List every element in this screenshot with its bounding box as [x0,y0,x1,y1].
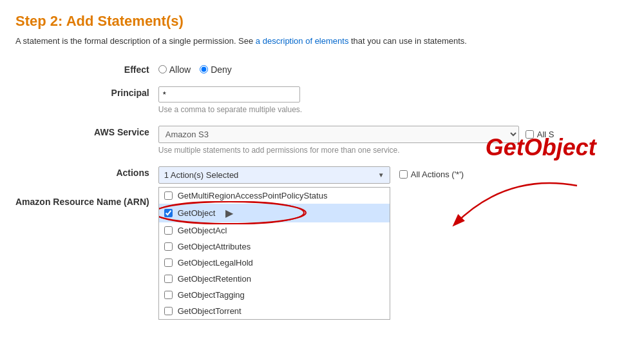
principal-input[interactable] [158,86,300,102]
dropdown-item-GetObjectRetention[interactable]: GetObjectRetention [159,271,390,287]
actions-dropdown-container: GetObject 1 Action(s) [158,166,390,184]
checkbox-GetObjectAcl[interactable] [164,226,173,235]
checkbox-GetObjectTorrent[interactable] [164,307,173,315]
service-row: Amazon S3 All S [158,126,629,143]
checkbox-GetMultiRegionAccessPointPolicyStatus[interactable] [164,191,173,200]
item-label-GetObject: GetObject [178,208,216,218]
allow-radio-label[interactable]: Allow [158,64,191,75]
description-text-1: A statement is the formal description of… [15,36,256,46]
principal-control: Use a comma to separate multiple values. [158,83,629,122]
dropdown-item-GetObject[interactable]: GetObject ▶ [159,204,390,222]
checkbox-GetObjectTagging[interactable] [164,291,173,299]
page-container: Step 2: Add Statement(s) A statement is … [15,13,629,226]
item-label-GetObjectRetention: GetObjectRetention [178,274,251,284]
arn-label: Amazon Resource Name (ARN) [15,197,149,207]
description-text-2: that you can use in statements. [348,36,467,46]
actions-dropdown-list: GetMultiRegionAccessPointPolicyStatus Ge… [158,187,390,320]
aws-service-hint: Use multiple statements to add permissio… [158,146,629,155]
dropdown-item-GetObjectLegalHold[interactable]: GetObjectLegalHold [159,255,390,271]
all-actions-text: All Actions ('*') [411,170,464,179]
all-services-text: All S [537,130,554,139]
effect-control: Allow Deny [158,59,629,83]
deny-label: Deny [211,64,232,75]
dropdown-item-GetObjectAcl[interactable]: GetObjectAcl [159,222,390,239]
effect-label: Effect [15,59,158,83]
checkbox-GetObject[interactable] [164,209,173,217]
checkbox-GetObjectRetention[interactable] [164,275,173,283]
actions-select-button[interactable]: 1 Action(s) Selected ▼ [158,166,390,184]
allow-label: Allow [169,64,191,75]
dropdown-item-GetObjectAttributes[interactable]: GetObjectAttributes [159,239,390,255]
actions-control: GetObject 1 Action(s) [158,162,629,191]
form-table: Effect Allow Deny Principal [15,59,629,226]
actions-label: Actions [15,162,158,191]
actions-row: Actions GetObject [15,162,629,191]
checkbox-GetObjectAttributes[interactable] [164,242,173,251]
effect-row: Effect Allow Deny [15,59,629,83]
item-label-GetObjectAttributes: GetObjectAttributes [178,242,251,251]
item-label-GetObjectTorrent: GetObjectTorrent [178,306,242,316]
principal-row: Principal Use a comma to separate multip… [15,83,629,122]
all-actions-label[interactable]: All Actions ('*') [399,166,464,179]
all-actions-checkbox[interactable] [399,170,408,179]
item-label-GetObjectTagging: GetObjectTagging [178,290,245,300]
deny-radio-label[interactable]: Deny [200,64,232,75]
cursor-icon: ▶ [225,207,233,219]
aws-service-control: Amazon S3 All S Use multiple statements … [158,122,629,162]
description: A statement is the formal description of… [15,35,629,48]
allow-radio[interactable] [158,65,167,73]
actions-row-container: GetObject 1 Action(s) [158,166,629,184]
dropdown-item-GetObjectTorrent[interactable]: GetObjectTorrent [159,303,390,319]
aws-service-row: AWS Service Amazon S3 All S Use multiple… [15,122,629,162]
dropdown-item-GetMultiRegionAccessPointPolicyStatus[interactable]: GetMultiRegionAccessPointPolicyStatus [159,188,390,204]
description-link[interactable]: a description of elements [256,36,349,46]
page-title: Step 2: Add Statement(s) [15,13,629,30]
principal-hint: Use a comma to separate multiple values. [158,105,629,114]
item-label-GetMultiRegionAccessPointPolicyStatus: GetMultiRegionAccessPointPolicyStatus [178,191,328,200]
all-services-label[interactable]: All S [526,130,554,139]
principal-label: Principal [15,83,158,122]
actions-selected-text: 1 Action(s) Selected [164,170,239,180]
all-services-checkbox[interactable] [526,130,534,139]
actions-dropdown-arrow-icon: ▼ [378,171,384,179]
effect-radio-group: Allow Deny [158,63,629,75]
dropdown-item-GetObjectTagging[interactable]: GetObjectTagging [159,287,390,303]
aws-service-label: AWS Service [15,122,158,162]
service-select[interactable]: Amazon S3 [158,126,519,143]
item-label-GetObjectLegalHold: GetObjectLegalHold [178,258,253,268]
checkbox-GetObjectLegalHold[interactable] [164,259,173,267]
deny-radio[interactable] [200,65,208,73]
item-label-GetObjectAcl: GetObjectAcl [178,226,227,235]
arn-label-cell: Amazon Resource Name (ARN) [15,191,158,226]
